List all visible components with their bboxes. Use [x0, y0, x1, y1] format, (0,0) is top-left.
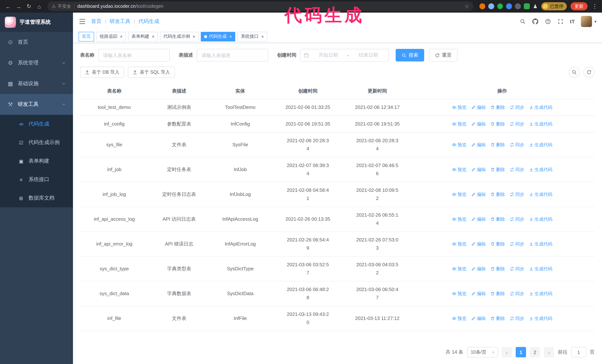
browser-reload-button[interactable]: ↻ [24, 2, 33, 11]
sidebar-item-codegen[interactable]: </> 代码生成 [0, 115, 73, 133]
paused-badge[interactable]: 已暂停 [541, 2, 567, 10]
sync-link[interactable]: 同步 [510, 120, 524, 128]
hamburger-icon[interactable] [78, 18, 86, 25]
browser-update-button[interactable]: 更新 [570, 2, 588, 10]
delete-link[interactable]: 删除 [491, 314, 505, 322]
browser-forward-button[interactable]: → [14, 2, 23, 11]
sidebar-item-infrastructure[interactable]: ▦ 基础设施 [0, 73, 73, 94]
close-icon[interactable]: × [229, 34, 232, 39]
delete-link[interactable]: 删除 [491, 265, 505, 273]
sync-link[interactable]: 同步 [510, 141, 524, 149]
import-sql-button[interactable]: 基于 SQL 导入 [128, 67, 175, 78]
preview-link[interactable]: 预览 [452, 190, 466, 198]
prev-page-button[interactable]: ‹ [502, 347, 512, 357]
tab-system-api[interactable]: 系统接口× [237, 32, 267, 41]
delete-link[interactable]: 删除 [491, 240, 505, 248]
close-icon[interactable]: × [120, 34, 123, 39]
extension-icon[interactable] [480, 3, 485, 9]
generate-code-link[interactable]: 生成代码 [529, 166, 552, 174]
preview-link[interactable]: 预览 [452, 290, 466, 298]
sidebar-item-system-api[interactable]: ≡ 系统接口 [0, 170, 73, 189]
create-time-range-picker[interactable]: 开始日期 - 结束日期 [300, 49, 389, 62]
user-avatar[interactable]: ▾ [581, 16, 596, 27]
sidebar-item-dev-tools[interactable]: ⚒ 研发工具 [0, 94, 73, 115]
refresh-table-button[interactable] [583, 67, 595, 78]
breadcrumb-dev-tools[interactable]: 研发工具 [110, 18, 130, 25]
sync-link[interactable]: 同步 [510, 190, 524, 198]
start-date-placeholder[interactable]: 开始日期 [311, 52, 345, 59]
sidebar-item-form-builder[interactable]: ▣ 表单构建 [0, 152, 73, 170]
search-button[interactable]: 搜索 [396, 49, 424, 62]
bookmark-star-icon[interactable]: ☆ [464, 3, 469, 9]
close-icon[interactable]: × [152, 34, 154, 39]
sidebar-item-home[interactable]: ⊙ 首页 [0, 32, 73, 52]
tab-codegen[interactable]: 代码生成× [201, 32, 235, 41]
app-logo[interactable]: 芋道管理系统 [0, 13, 73, 32]
delete-link[interactable]: 删除 [491, 120, 505, 128]
delete-link[interactable]: 删除 [491, 290, 505, 298]
delete-link[interactable]: 删除 [491, 215, 505, 223]
edit-link[interactable]: 编辑 [471, 141, 486, 149]
sync-link[interactable]: 同步 [510, 166, 524, 174]
delete-link[interactable]: 删除 [491, 166, 505, 174]
preview-link[interactable]: 预览 [452, 141, 466, 149]
tab-home[interactable]: 首页 [78, 32, 94, 41]
edit-link[interactable]: 编辑 [471, 314, 486, 322]
generate-code-link[interactable]: 生成代码 [529, 103, 552, 112]
github-icon[interactable] [532, 18, 538, 25]
extension-icon[interactable] [524, 3, 530, 9]
delete-link[interactable]: 删除 [491, 190, 505, 198]
edit-link[interactable]: 编辑 [471, 265, 486, 273]
toggle-search-button[interactable] [569, 67, 580, 78]
preview-link[interactable]: 预览 [452, 215, 466, 223]
edit-link[interactable]: 编辑 [471, 120, 486, 128]
close-icon[interactable]: × [261, 34, 264, 39]
edit-link[interactable]: 编辑 [471, 215, 486, 223]
sidebar-item-codegen-demo[interactable]: ☑ 代码生成示例 [0, 133, 73, 152]
table-desc-input[interactable] [197, 49, 268, 62]
preview-link[interactable]: 预览 [452, 314, 466, 322]
sync-link[interactable]: 同步 [510, 240, 524, 248]
tab-trace[interactable]: 链路追踪× [96, 32, 126, 41]
address-bar[interactable]: ⚠ 不安全 dashboard.yudao.iocoder.cn/tool/co… [47, 1, 474, 11]
search-icon[interactable] [520, 18, 526, 25]
page-1-button[interactable]: 1 [516, 347, 526, 357]
edit-link[interactable]: 编辑 [471, 190, 486, 198]
generate-code-link[interactable]: 生成代码 [529, 240, 552, 248]
help-icon[interactable] [545, 18, 551, 25]
generate-code-link[interactable]: 生成代码 [529, 190, 552, 198]
extension-icon[interactable]: ♟ [533, 4, 538, 9]
generate-code-link[interactable]: 生成代码 [529, 120, 552, 128]
preview-link[interactable]: 预览 [452, 240, 466, 248]
table-name-input[interactable] [98, 49, 170, 62]
reset-button[interactable]: 重置 [429, 49, 458, 62]
end-date-placeholder[interactable]: 结束日期 [351, 52, 385, 59]
fullscreen-icon[interactable] [557, 18, 564, 25]
generate-code-link[interactable]: 生成代码 [529, 265, 552, 273]
extension-icon[interactable] [506, 3, 512, 9]
sync-link[interactable]: 同步 [510, 314, 524, 322]
browser-home-button[interactable]: ⌂ [35, 2, 44, 11]
preview-link[interactable]: 预览 [452, 265, 466, 273]
extension-icon[interactable] [515, 3, 521, 9]
next-page-button[interactable]: › [544, 347, 554, 357]
edit-link[interactable]: 编辑 [471, 240, 486, 248]
tab-form-builder[interactable]: 表单构建× [128, 32, 158, 41]
sync-link[interactable]: 同步 [510, 103, 524, 112]
browser-back-button[interactable]: ← [4, 2, 13, 11]
generate-code-link[interactable]: 生成代码 [529, 314, 552, 322]
import-db-button[interactable]: 基于 DB 导入 [80, 67, 124, 78]
breadcrumb-home[interactable]: 首页 [91, 18, 101, 25]
font-size-icon[interactable]: tT [570, 18, 575, 25]
close-icon[interactable]: × [193, 34, 195, 39]
generate-code-link[interactable]: 生成代码 [529, 290, 552, 298]
security-chip[interactable]: ⚠ 不安全 [52, 3, 71, 10]
generate-code-link[interactable]: 生成代码 [529, 141, 552, 149]
browser-menu-icon[interactable]: ⋮ [591, 3, 598, 10]
delete-link[interactable]: 删除 [491, 141, 505, 149]
sidebar-item-db-docs[interactable]: ⊞ 数据库文档 [0, 189, 73, 207]
preview-link[interactable]: 预览 [452, 120, 466, 128]
sidebar-item-system[interactable]: ⚙ 系统管理 [0, 52, 73, 73]
extension-icon[interactable] [497, 3, 503, 9]
page-size-select[interactable]: 10条/页 ▾ [467, 347, 498, 357]
